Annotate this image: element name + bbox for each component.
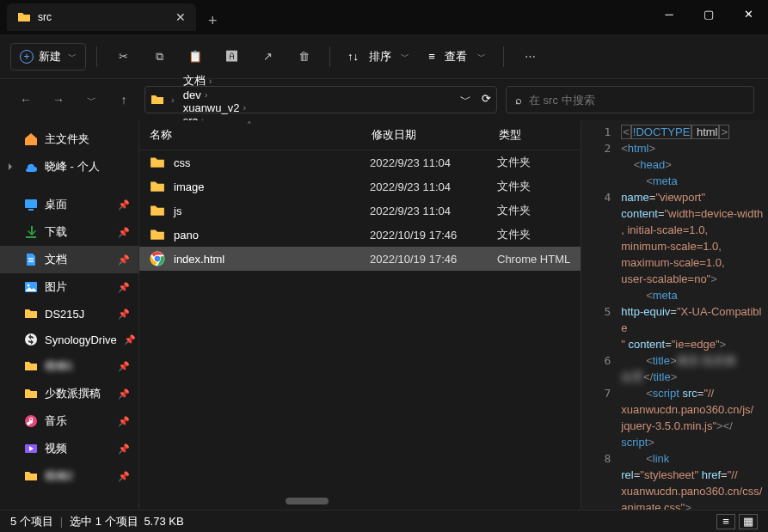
music-icon bbox=[24, 414, 38, 428]
file-type: 文件夹 bbox=[497, 179, 570, 194]
picture-icon bbox=[24, 280, 38, 294]
chevron-down-icon[interactable]: ﹀ bbox=[460, 92, 471, 107]
sidebar-item[interactable]: 图片📌 bbox=[0, 273, 138, 301]
toolbar: + 新建 ﹀ ✂ ⧉ 📋 🅰 ↗ 🗑 ↑↓ 排序 ﹀ ≡ 查看 ﹀ ⋯ bbox=[0, 34, 768, 79]
sidebar-item-label: 桌面 bbox=[45, 197, 67, 212]
file-row[interactable]: js2022/9/23 11:04文件夹 bbox=[139, 199, 581, 223]
folder-icon bbox=[150, 203, 165, 218]
sidebar-item[interactable]: 视频📌 bbox=[0, 435, 138, 462]
file-type: Chrome HTML bbox=[497, 253, 570, 266]
file-date: 2022/9/23 11:04 bbox=[370, 156, 497, 169]
close-tab-icon[interactable]: ✕ bbox=[175, 10, 186, 24]
pin-icon: 📌 bbox=[118, 199, 130, 211]
video-icon bbox=[24, 442, 38, 456]
search-input[interactable] bbox=[529, 94, 745, 107]
details-view-icon[interactable]: ≡ bbox=[716, 514, 735, 529]
sidebar-user-label: 晓峰 - 个人 bbox=[45, 159, 100, 174]
file-row[interactable]: css2022/9/23 11:04文件夹 bbox=[139, 150, 581, 174]
pin-icon: 📌 bbox=[118, 361, 130, 372]
separator bbox=[503, 46, 504, 67]
file-date: 2022/10/19 17:46 bbox=[370, 229, 497, 242]
search-box[interactable]: ⌕ bbox=[506, 86, 754, 113]
paste-icon[interactable]: 📋 bbox=[180, 41, 211, 72]
copy-icon[interactable]: ⧉ bbox=[144, 41, 175, 72]
code-content: <!DOCTYPE html><html> <head> <meta name=… bbox=[617, 120, 768, 510]
file-row[interactable]: pano2022/10/19 17:46文件夹 bbox=[139, 223, 581, 247]
sidebar-item-label: 文档 bbox=[45, 252, 67, 267]
titlebar: src ✕ + ─ ▢ ✕ bbox=[0, 0, 768, 34]
separator bbox=[329, 46, 330, 67]
close-button[interactable]: ✕ bbox=[728, 0, 768, 28]
view-label: 查看 bbox=[445, 49, 467, 64]
new-tab-button[interactable]: + bbox=[196, 3, 230, 39]
breadcrumb-item[interactable]: 文档› bbox=[181, 73, 249, 89]
status-selected: 选中 1 个项目 bbox=[70, 514, 138, 529]
sidebar-item[interactable]: 模糊2📌 bbox=[0, 462, 138, 490]
file-list: 名称 修改日期 类型 ˄ css2022/9/23 11:04文件夹image2… bbox=[139, 120, 581, 510]
maximize-button[interactable]: ▢ bbox=[689, 0, 728, 28]
folder-icon bbox=[150, 155, 165, 170]
sidebar-user[interactable]: 晓峰 - 个人 bbox=[0, 153, 138, 180]
folder-icon bbox=[24, 359, 38, 373]
sidebar-item[interactable]: 文档📌 bbox=[0, 246, 138, 273]
sync-icon bbox=[24, 333, 38, 346]
window-controls: ─ ▢ ✕ bbox=[649, 0, 768, 28]
file-row[interactable]: image2022/9/23 11:04文件夹 bbox=[139, 174, 581, 199]
pin-icon: 📌 bbox=[118, 416, 130, 427]
new-button[interactable]: + 新建 ﹀ bbox=[10, 43, 86, 70]
more-icon[interactable]: ⋯ bbox=[514, 41, 545, 72]
column-type[interactable]: 类型 bbox=[488, 120, 581, 150]
pin-icon: 📌 bbox=[118, 282, 130, 293]
sidebar-item[interactable]: 桌面📌 bbox=[0, 191, 138, 218]
sidebar-item[interactable]: SynologyDrive📌 bbox=[0, 327, 138, 352]
desktop-icon bbox=[24, 198, 38, 211]
svg-rect-0 bbox=[25, 199, 37, 208]
view-button[interactable]: ≡ 查看 ﹀ bbox=[421, 44, 493, 70]
forward-button[interactable]: → bbox=[46, 93, 71, 107]
breadcrumb-item[interactable]: xuanwu_v2› bbox=[181, 101, 249, 114]
delete-icon[interactable]: 🗑 bbox=[288, 41, 319, 72]
chevron-right-icon[interactable]: › bbox=[168, 95, 178, 105]
horizontal-scrollbar[interactable] bbox=[139, 496, 581, 506]
pin-icon: 📌 bbox=[118, 443, 130, 455]
folder-icon bbox=[150, 227, 165, 242]
window-tab[interactable]: src ✕ bbox=[7, 3, 196, 31]
folder-icon bbox=[151, 93, 164, 107]
cut-icon[interactable]: ✂ bbox=[108, 41, 138, 72]
tiles-view-icon[interactable]: ▦ bbox=[739, 514, 758, 529]
sidebar-item[interactable]: 音乐📌 bbox=[0, 407, 138, 435]
up-button[interactable]: ↑ bbox=[112, 93, 136, 107]
nav-row: ← → ﹀ ↑ › 文档›dev›xuanwu_v2›src› ﹀ ⟳ ⌕ bbox=[0, 79, 768, 120]
pin-icon: 📌 bbox=[118, 227, 130, 238]
refresh-icon[interactable]: ⟳ bbox=[482, 92, 491, 107]
file-date: 2022/9/23 11:04 bbox=[370, 180, 497, 193]
sort-icon: ↑↓ bbox=[347, 50, 359, 63]
code-gutter: 12 4 5 6 7 8 bbox=[581, 120, 617, 510]
sidebar-item-label: 音乐 bbox=[45, 413, 67, 429]
sidebar-item-label: 下载 bbox=[45, 224, 67, 240]
file-name: css bbox=[174, 156, 370, 169]
view-icon: ≡ bbox=[428, 50, 435, 63]
sort-button[interactable]: ↑↓ 排序 ﹀ bbox=[341, 44, 416, 70]
file-date: 2022/9/23 11:04 bbox=[370, 205, 497, 217]
minimize-button[interactable]: ─ bbox=[649, 0, 689, 28]
sidebar-item-label: 少数派撰稿 bbox=[45, 386, 101, 401]
download-icon bbox=[24, 225, 38, 239]
sidebar-home[interactable]: 主文件夹 bbox=[0, 125, 138, 153]
chrome-icon bbox=[150, 251, 165, 266]
back-button[interactable]: ← bbox=[14, 93, 38, 107]
sidebar-item-label: 模糊1 bbox=[45, 358, 73, 374]
file-row[interactable]: index.html2022/10/19 17:46Chrome HTML bbox=[139, 247, 581, 271]
share-icon[interactable]: ↗ bbox=[252, 41, 283, 72]
sidebar-item[interactable]: 下载📌 bbox=[0, 218, 138, 246]
breadcrumb-item[interactable]: dev› bbox=[181, 89, 249, 101]
sidebar-item[interactable]: DS215J📌 bbox=[0, 301, 138, 327]
column-date[interactable]: 修改日期 bbox=[361, 120, 488, 150]
file-date: 2022/10/19 17:46 bbox=[370, 253, 497, 266]
sidebar-item[interactable]: 模糊1📌 bbox=[0, 352, 138, 380]
rename-icon[interactable]: 🅰 bbox=[216, 41, 247, 72]
recent-button[interactable]: ﹀ bbox=[79, 94, 103, 107]
sidebar-item-label: DS215J bbox=[45, 308, 84, 321]
sidebar-item[interactable]: 少数派撰稿📌 bbox=[0, 380, 138, 407]
address-bar[interactable]: › 文档›dev›xuanwu_v2›src› ﹀ ⟳ bbox=[144, 86, 497, 113]
